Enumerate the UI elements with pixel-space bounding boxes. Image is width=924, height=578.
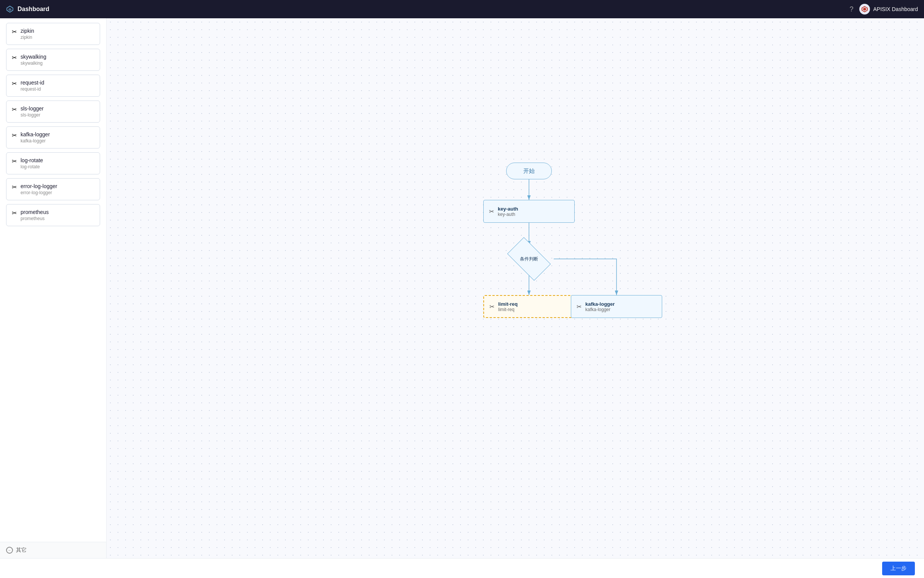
key-auth-node[interactable]: ✂ key-auth key-auth: [483, 200, 574, 223]
sidebar-item-prometheus-text: prometheus prometheus: [21, 209, 49, 221]
sidebar-item-error-log-logger[interactable]: ✂ error-log-logger error-log-logger: [6, 178, 100, 200]
apisix-logo-icon: [859, 4, 870, 15]
plugin-icon-error-log-logger: ✂: [12, 183, 17, 191]
header-left: Dashboard: [6, 5, 50, 13]
apisix-logo-svg: [861, 6, 868, 13]
svg-marker-1: [863, 8, 866, 11]
plugin-icon-log-rotate: ✂: [12, 157, 17, 165]
plugin-icon-kafka-logger: ✂: [12, 132, 17, 139]
plugin-icon-prometheus: ✂: [12, 209, 17, 217]
sidebar-item-error-log-logger-name: error-log-logger: [21, 183, 57, 189]
help-icon[interactable]: ?: [850, 5, 853, 13]
condition-label: 条件判断: [520, 256, 538, 262]
sidebar-item-sls-logger-text: sls-logger sls-logger: [21, 106, 44, 118]
key-auth-name: key-auth: [498, 206, 518, 212]
sidebar-item-request-id-text: request-id request-id: [21, 80, 44, 92]
minus-icon: −: [6, 547, 13, 554]
sidebar-item-prometheus-sub: prometheus: [21, 216, 49, 221]
kafka-logger-flow-text: kafka-logger kafka-logger: [585, 301, 615, 312]
plugin-icon-request-id: ✂: [12, 80, 17, 87]
sidebar-item-skywalking-text: skywalking skywalking: [21, 54, 47, 66]
sidebar-item-log-rotate-text: log-rotate log-rotate: [21, 157, 43, 169]
sidebar-item-request-id[interactable]: ✂ request-id request-id: [6, 75, 100, 97]
header-brand: APISIX Dashboard: [859, 4, 918, 15]
sidebar-item-request-id-name: request-id: [21, 80, 44, 86]
kafka-logger-flow-sub: kafka-logger: [585, 307, 615, 312]
sidebar-footer-label: 其它: [16, 547, 27, 554]
kafka-logger-flow-icon: ✂: [576, 303, 581, 310]
limit-req-node[interactable]: ✂ limit-req limit-req: [483, 295, 574, 318]
sidebar-item-prometheus-name: prometheus: [21, 209, 49, 215]
sidebar-item-skywalking[interactable]: ✂ skywalking skywalking: [6, 49, 100, 71]
header-right: ? APISIX Dashboard: [850, 4, 918, 15]
sidebar-item-request-id-sub: request-id: [21, 86, 44, 92]
key-auth-text: key-auth key-auth: [498, 206, 518, 217]
sidebar-item-zipkin[interactable]: ✂ zipkin zipkin: [6, 23, 100, 45]
sidebar-item-log-rotate-name: log-rotate: [21, 157, 43, 163]
plugin-icon-zipkin: ✂: [12, 28, 17, 36]
condition-node[interactable]: 条件判断: [504, 242, 554, 276]
sidebar-item-error-log-logger-text: error-log-logger error-log-logger: [21, 183, 57, 195]
main-layout: ✂ zipkin zipkin ✂ skywalking skywalking …: [0, 18, 924, 558]
sidebar-item-zipkin-sub: zipkin: [21, 35, 34, 40]
bottom-bar: 上一步: [0, 558, 924, 578]
key-auth-icon: ✂: [489, 208, 494, 215]
limit-req-sub: limit-req: [498, 307, 518, 312]
sidebar-item-skywalking-sub: skywalking: [21, 60, 47, 66]
sidebar-item-log-rotate-sub: log-rotate: [21, 164, 43, 169]
header-title: Dashboard: [18, 6, 50, 13]
sidebar-item-sls-logger-name: sls-logger: [21, 106, 44, 112]
canvas-area: 开始 ✂ key-auth key-auth 条件判断 ✂ limit-req: [107, 18, 924, 558]
limit-req-name: limit-req: [498, 301, 518, 307]
key-auth-sub: key-auth: [498, 212, 518, 217]
sidebar-item-skywalking-name: skywalking: [21, 54, 47, 60]
sidebar-item-zipkin-text: zipkin zipkin: [21, 28, 34, 40]
app-header: Dashboard ? APISIX Dashboard: [0, 0, 924, 18]
prev-button[interactable]: 上一步: [882, 562, 915, 575]
sidebar-item-kafka-logger[interactable]: ✂ kafka-logger kafka-logger: [6, 127, 100, 148]
plugin-icon-skywalking: ✂: [12, 54, 17, 61]
sidebar-item-kafka-logger-text: kafka-logger kafka-logger: [21, 132, 50, 144]
sidebar-item-error-log-logger-sub: error-log-logger: [21, 190, 57, 195]
app-logo-icon: [6, 5, 14, 13]
sidebar-item-kafka-logger-name: kafka-logger: [21, 132, 50, 138]
start-label: 开始: [523, 167, 535, 175]
sidebar-footer[interactable]: − 其它: [0, 542, 106, 558]
sidebar-item-kafka-logger-sub: kafka-logger: [21, 138, 50, 144]
sidebar-item-sls-logger-sub: sls-logger: [21, 112, 44, 118]
kafka-logger-flow-name: kafka-logger: [585, 301, 615, 307]
sidebar-list: ✂ zipkin zipkin ✂ skywalking skywalking …: [0, 18, 106, 542]
plugin-icon-sls-logger: ✂: [12, 106, 17, 113]
flowchart-arrows: [403, 155, 670, 422]
sidebar: ✂ zipkin zipkin ✂ skywalking skywalking …: [0, 18, 107, 558]
kafka-logger-flow-node[interactable]: ✂ kafka-logger kafka-logger: [571, 295, 662, 318]
sidebar-item-zipkin-name: zipkin: [21, 28, 34, 34]
flowchart-container: 开始 ✂ key-auth key-auth 条件判断 ✂ limit-req: [403, 155, 670, 422]
start-node: 开始: [506, 162, 552, 179]
limit-req-icon: ✂: [489, 303, 494, 310]
sidebar-item-sls-logger[interactable]: ✂ sls-logger sls-logger: [6, 101, 100, 123]
limit-req-text: limit-req limit-req: [498, 301, 518, 312]
sidebar-item-prometheus[interactable]: ✂ prometheus prometheus: [6, 204, 100, 226]
brand-label: APISIX Dashboard: [873, 6, 918, 12]
sidebar-item-log-rotate[interactable]: ✂ log-rotate log-rotate: [6, 152, 100, 174]
